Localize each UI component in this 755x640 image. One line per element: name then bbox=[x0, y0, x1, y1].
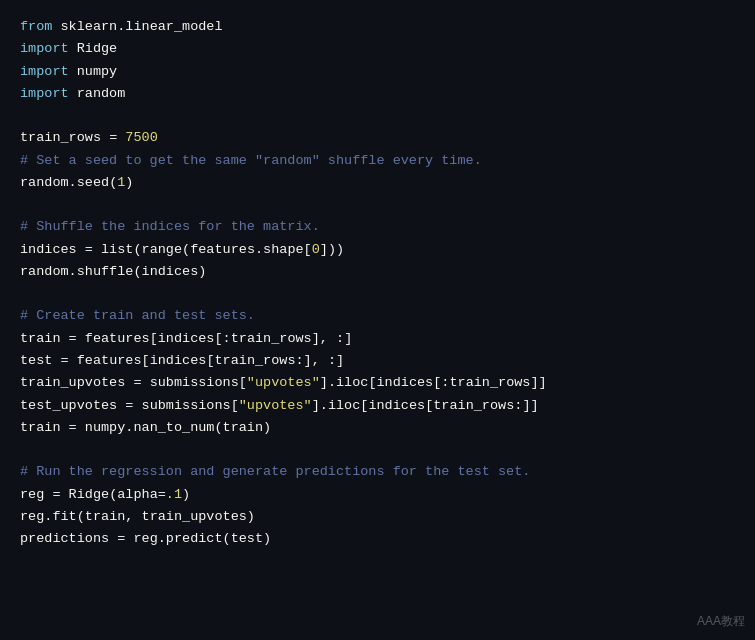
line-5: train_rows = 7500 bbox=[20, 127, 735, 149]
code-content: from sklearn.linear_model import Ridge i… bbox=[20, 16, 735, 550]
line-11: # Create train and test sets. bbox=[20, 305, 735, 327]
line-16: train = numpy.nan_to_num(train) bbox=[20, 417, 735, 439]
line-7: random.seed(1) bbox=[20, 172, 735, 194]
line-19: reg.fit(train, train_upvotes) bbox=[20, 506, 735, 528]
line-6: # Set a seed to get the same "random" sh… bbox=[20, 150, 735, 172]
empty-1 bbox=[20, 105, 735, 127]
watermark: AAA教程 bbox=[697, 613, 745, 630]
line-14: train_upvotes = submissions["upvotes"].i… bbox=[20, 372, 735, 394]
empty-4 bbox=[20, 439, 735, 461]
line-12: train = features[indices[:train_rows], :… bbox=[20, 328, 735, 350]
line-2: import Ridge bbox=[20, 38, 735, 60]
empty-3 bbox=[20, 283, 735, 305]
line-17: # Run the regression and generate predic… bbox=[20, 461, 735, 483]
code-editor: from sklearn.linear_model import Ridge i… bbox=[0, 0, 755, 640]
line-4: import random bbox=[20, 83, 735, 105]
line-8: # Shuffle the indices for the matrix. bbox=[20, 216, 735, 238]
line-15: test_upvotes = submissions["upvotes"].il… bbox=[20, 395, 735, 417]
line-13: test = features[indices[train_rows:], :] bbox=[20, 350, 735, 372]
line-1: from sklearn.linear_model bbox=[20, 16, 735, 38]
empty-2 bbox=[20, 194, 735, 216]
line-10: random.shuffle(indices) bbox=[20, 261, 735, 283]
line-9: indices = list(range(features.shape[0])) bbox=[20, 239, 735, 261]
line-3: import numpy bbox=[20, 61, 735, 83]
line-20: predictions = reg.predict(test) bbox=[20, 528, 735, 550]
line-18: reg = Ridge(alpha=.1) bbox=[20, 484, 735, 506]
